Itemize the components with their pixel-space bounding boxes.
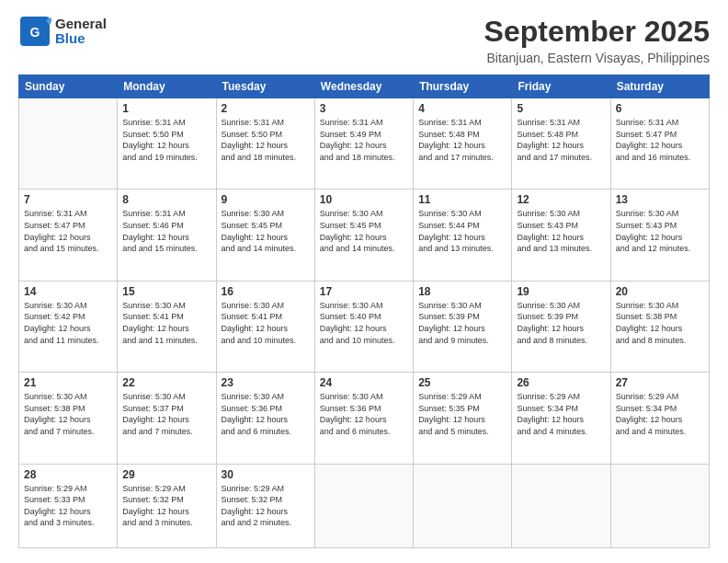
calendar-cell-12: 12Sunrise: 5:30 AMSunset: 5:43 PMDayligh… (512, 190, 610, 281)
day-number: 1 (122, 102, 210, 115)
day-info: Sunrise: 5:30 AMSunset: 5:43 PMDaylight:… (517, 208, 605, 254)
weekday-header-row: SundayMondayTuesdayWednesdayThursdayFrid… (19, 75, 710, 98)
week-row-2: 7Sunrise: 5:31 AMSunset: 5:47 PMDaylight… (19, 190, 710, 281)
day-number: 27 (616, 376, 704, 389)
day-info: Sunrise: 5:29 AMSunset: 5:32 PMDaylight:… (122, 483, 210, 529)
calendar-cell-27: 27Sunrise: 5:29 AMSunset: 5:34 PMDayligh… (610, 373, 709, 464)
day-info: Sunrise: 5:31 AMSunset: 5:47 PMDaylight:… (616, 117, 704, 163)
day-info: Sunrise: 5:31 AMSunset: 5:47 PMDaylight:… (24, 208, 112, 254)
calendar-cell-29: 29Sunrise: 5:29 AMSunset: 5:32 PMDayligh… (118, 464, 216, 547)
calendar-cell-24: 24Sunrise: 5:30 AMSunset: 5:36 PMDayligh… (314, 373, 413, 464)
calendar-cell-4: 4Sunrise: 5:31 AMSunset: 5:48 PMDaylight… (414, 98, 512, 190)
calendar-cell-2: 2Sunrise: 5:31 AMSunset: 5:50 PMDaylight… (216, 98, 314, 190)
day-number: 10 (320, 193, 408, 206)
day-info: Sunrise: 5:30 AMSunset: 5:40 PMDaylight:… (320, 300, 408, 346)
calendar-cell-23: 23Sunrise: 5:30 AMSunset: 5:36 PMDayligh… (216, 373, 314, 464)
svg-text:G: G (30, 25, 40, 40)
day-number: 22 (122, 376, 210, 389)
week-row-3: 14Sunrise: 5:30 AMSunset: 5:42 PMDayligh… (19, 281, 710, 372)
calendar-cell-empty (610, 464, 709, 547)
day-number: 9 (222, 193, 310, 206)
day-number: 5 (517, 102, 605, 115)
day-info: Sunrise: 5:30 AMSunset: 5:36 PMDaylight:… (222, 391, 310, 437)
weekday-friday: Friday (512, 75, 610, 98)
calendar-cell-3: 3Sunrise: 5:31 AMSunset: 5:49 PMDaylight… (314, 98, 413, 190)
calendar-cell-empty (19, 98, 118, 190)
calendar-cell-9: 9Sunrise: 5:30 AMSunset: 5:45 PMDaylight… (216, 190, 314, 281)
day-number: 11 (418, 193, 506, 206)
calendar-cell-empty (314, 464, 413, 547)
day-number: 19 (517, 285, 605, 298)
day-info: Sunrise: 5:30 AMSunset: 5:44 PMDaylight:… (418, 208, 506, 254)
day-info: Sunrise: 5:30 AMSunset: 5:45 PMDaylight:… (320, 208, 408, 254)
day-number: 24 (320, 376, 408, 389)
weekday-wednesday: Wednesday (314, 75, 413, 98)
calendar-cell-16: 16Sunrise: 5:30 AMSunset: 5:41 PMDayligh… (216, 281, 314, 372)
day-number: 17 (320, 285, 408, 298)
calendar-cell-19: 19Sunrise: 5:30 AMSunset: 5:39 PMDayligh… (512, 281, 610, 372)
day-number: 15 (122, 285, 210, 298)
day-number: 25 (418, 376, 506, 389)
weekday-monday: Monday (118, 75, 216, 98)
day-info: Sunrise: 5:29 AMSunset: 5:34 PMDaylight:… (517, 391, 605, 437)
week-row-1: 1Sunrise: 5:31 AMSunset: 5:50 PMDaylight… (19, 98, 710, 190)
calendar-cell-8: 8Sunrise: 5:31 AMSunset: 5:46 PMDaylight… (118, 190, 216, 281)
day-info: Sunrise: 5:31 AMSunset: 5:48 PMDaylight:… (418, 117, 506, 163)
weekday-sunday: Sunday (19, 75, 118, 98)
day-number: 21 (24, 376, 112, 389)
calendar-cell-1: 1Sunrise: 5:31 AMSunset: 5:50 PMDaylight… (118, 98, 216, 190)
calendar-cell-20: 20Sunrise: 5:30 AMSunset: 5:38 PMDayligh… (610, 281, 709, 372)
day-number: 29 (122, 468, 210, 481)
location: Bitanjuan, Eastern Visayas, Philippines (484, 51, 710, 65)
calendar-cell-11: 11Sunrise: 5:30 AMSunset: 5:44 PMDayligh… (414, 190, 512, 281)
day-number: 2 (222, 102, 310, 115)
day-number: 12 (517, 193, 605, 206)
calendar-cell-13: 13Sunrise: 5:30 AMSunset: 5:43 PMDayligh… (610, 190, 709, 281)
calendar-cell-7: 7Sunrise: 5:31 AMSunset: 5:47 PMDaylight… (19, 190, 118, 281)
day-number: 16 (222, 285, 310, 298)
page: G General Blue September 2025 Bitanjuan,… (0, 0, 728, 563)
day-number: 6 (616, 102, 704, 115)
calendar-cell-30: 30Sunrise: 5:29 AMSunset: 5:32 PMDayligh… (216, 464, 314, 547)
calendar-cell-5: 5Sunrise: 5:31 AMSunset: 5:48 PMDaylight… (512, 98, 610, 190)
calendar-cell-17: 17Sunrise: 5:30 AMSunset: 5:40 PMDayligh… (314, 281, 413, 372)
month-title: September 2025 (484, 15, 710, 49)
calendar-cell-28: 28Sunrise: 5:29 AMSunset: 5:33 PMDayligh… (19, 464, 118, 547)
day-info: Sunrise: 5:30 AMSunset: 5:41 PMDaylight:… (222, 300, 310, 346)
weekday-saturday: Saturday (610, 75, 709, 98)
day-info: Sunrise: 5:31 AMSunset: 5:50 PMDaylight:… (122, 117, 210, 163)
day-number: 28 (24, 468, 112, 481)
logo-text: General Blue (55, 17, 107, 47)
day-number: 18 (418, 285, 506, 298)
day-number: 13 (616, 193, 704, 206)
calendar-table: SundayMondayTuesdayWednesdayThursdayFrid… (18, 75, 710, 548)
day-info: Sunrise: 5:31 AMSunset: 5:46 PMDaylight:… (122, 208, 210, 254)
calendar-cell-14: 14Sunrise: 5:30 AMSunset: 5:42 PMDayligh… (19, 281, 118, 372)
calendar-cell-empty (512, 464, 610, 547)
day-number: 30 (222, 468, 310, 481)
logo-icon: G (18, 15, 51, 48)
day-number: 7 (24, 193, 112, 206)
day-number: 4 (418, 102, 506, 115)
calendar-cell-18: 18Sunrise: 5:30 AMSunset: 5:39 PMDayligh… (414, 281, 512, 372)
day-info: Sunrise: 5:30 AMSunset: 5:36 PMDaylight:… (320, 391, 408, 437)
day-info: Sunrise: 5:29 AMSunset: 5:33 PMDaylight:… (24, 483, 112, 529)
calendar-cell-22: 22Sunrise: 5:30 AMSunset: 5:37 PMDayligh… (118, 373, 216, 464)
day-info: Sunrise: 5:30 AMSunset: 5:42 PMDaylight:… (24, 300, 112, 346)
day-info: Sunrise: 5:30 AMSunset: 5:39 PMDaylight:… (517, 300, 605, 346)
day-info: Sunrise: 5:30 AMSunset: 5:38 PMDaylight:… (24, 391, 112, 437)
day-info: Sunrise: 5:31 AMSunset: 5:49 PMDaylight:… (320, 117, 408, 163)
day-number: 14 (24, 285, 112, 298)
calendar-cell-21: 21Sunrise: 5:30 AMSunset: 5:38 PMDayligh… (19, 373, 118, 464)
day-info: Sunrise: 5:31 AMSunset: 5:50 PMDaylight:… (222, 117, 310, 163)
day-info: Sunrise: 5:29 AMSunset: 5:32 PMDaylight:… (222, 483, 310, 529)
header: G General Blue September 2025 Bitanjuan,… (18, 15, 710, 65)
day-info: Sunrise: 5:30 AMSunset: 5:45 PMDaylight:… (222, 208, 310, 254)
day-number: 23 (222, 376, 310, 389)
logo: G General Blue (18, 15, 107, 48)
day-info: Sunrise: 5:30 AMSunset: 5:39 PMDaylight:… (418, 300, 506, 346)
calendar-cell-26: 26Sunrise: 5:29 AMSunset: 5:34 PMDayligh… (512, 373, 610, 464)
weekday-tuesday: Tuesday (216, 75, 314, 98)
day-info: Sunrise: 5:31 AMSunset: 5:48 PMDaylight:… (517, 117, 605, 163)
day-number: 20 (616, 285, 704, 298)
